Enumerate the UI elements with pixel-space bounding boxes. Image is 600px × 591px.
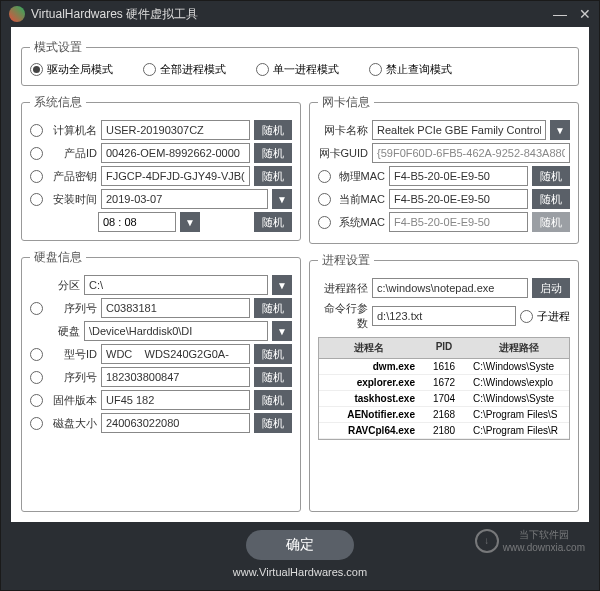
watermark: ↓ 当下软件园 www.downxia.com [475, 528, 585, 553]
product-key-input[interactable] [101, 166, 250, 186]
radio-icon[interactable] [30, 170, 43, 183]
radio-icon [369, 63, 382, 76]
cell-name: AENotifier.exe [319, 407, 419, 422]
radio-icon[interactable] [318, 193, 331, 206]
phy-mac-input[interactable] [389, 166, 528, 186]
start-button[interactable]: 启动 [532, 278, 570, 298]
cell-path: C:\Program Files\R [469, 423, 569, 438]
size-input[interactable] [101, 413, 250, 433]
product-id-label: 产品ID [47, 146, 97, 161]
serial-label: 序列号 [47, 301, 97, 316]
net-guid-input [372, 143, 570, 163]
cell-path: C:\Program Files\S [469, 407, 569, 422]
random-button[interactable]: 随机 [254, 413, 292, 433]
radio-icon[interactable] [318, 216, 331, 229]
serial-input[interactable] [101, 298, 250, 318]
th-path: 进程路径 [469, 338, 569, 358]
table-row[interactable]: AENotifier.exe2168C:\Program Files\S [319, 407, 569, 423]
net-name-input[interactable] [372, 120, 546, 140]
phy-mac-label: 物理MAC [335, 169, 385, 184]
random-button[interactable]: 随机 [254, 143, 292, 163]
mode-opt-global[interactable]: 驱动全局模式 [30, 62, 113, 77]
cell-name: RAVCpl64.exe [319, 423, 419, 438]
cell-pid: 2180 [419, 423, 469, 438]
random-button[interactable]: 随机 [532, 189, 570, 209]
app-window: VirtualHardwares 硬件虚拟工具 — ✕ 模式设置 驱动全局模式 … [0, 0, 600, 591]
chevron-down-icon[interactable]: ▼ [272, 275, 292, 295]
cell-path: C:\Windows\Syste [469, 359, 569, 374]
sysinfo-legend: 系统信息 [30, 94, 86, 111]
mode-opt-deny[interactable]: 禁止查询模式 [369, 62, 452, 77]
radio-icon [143, 63, 156, 76]
chevron-down-icon[interactable]: ▼ [272, 189, 292, 209]
table-row[interactable]: RAVCpl64.exe2180C:\Program Files\R [319, 423, 569, 439]
radio-icon[interactable] [30, 193, 43, 206]
minimize-icon[interactable]: — [553, 6, 567, 22]
random-button[interactable]: 随机 [254, 298, 292, 318]
partition-input[interactable] [84, 275, 268, 295]
chevron-down-icon[interactable]: ▼ [272, 321, 292, 341]
table-row[interactable]: dwm.exe1616C:\Windows\Syste [319, 359, 569, 375]
sys-mac-label: 系统MAC [335, 215, 385, 230]
radio-icon[interactable] [30, 302, 43, 315]
table-row[interactable]: explorer.exe1672C:\Windows\explo [319, 375, 569, 391]
mode-legend: 模式设置 [30, 39, 86, 56]
app-title: VirtualHardwares 硬件虚拟工具 [31, 6, 198, 23]
sys-mac-input [389, 212, 528, 232]
proc-legend: 进程设置 [318, 252, 374, 269]
random-button[interactable]: 随机 [254, 120, 292, 140]
random-button[interactable]: 随机 [532, 166, 570, 186]
serial2-input[interactable] [101, 367, 250, 387]
random-button[interactable]: 随机 [254, 390, 292, 410]
chevron-down-icon[interactable]: ▼ [550, 120, 570, 140]
close-icon[interactable]: ✕ [579, 6, 591, 22]
radio-icon[interactable] [30, 147, 43, 160]
radio-icon[interactable] [30, 417, 43, 430]
mode-group: 模式设置 驱动全局模式 全部进程模式 单一进程模式 禁止查询模式 [21, 39, 579, 86]
cell-pid: 2168 [419, 407, 469, 422]
titlebar[interactable]: VirtualHardwares 硬件虚拟工具 — ✕ [1, 1, 599, 27]
chevron-down-icon[interactable]: ▼ [180, 212, 200, 232]
radio-icon[interactable] [520, 310, 533, 323]
computer-name-input[interactable] [101, 120, 250, 140]
proc-args-input[interactable] [372, 306, 516, 326]
random-button[interactable]: 随机 [254, 344, 292, 364]
cur-mac-label: 当前MAC [335, 192, 385, 207]
size-label: 磁盘大小 [47, 416, 97, 431]
random-button[interactable]: 随机 [254, 212, 292, 232]
firmware-label: 固件版本 [47, 393, 97, 408]
process-table: 进程名 PID 进程路径 dwm.exe1616C:\Windows\Syste… [318, 337, 570, 440]
radio-icon[interactable] [318, 170, 331, 183]
mode-opt-allproc[interactable]: 全部进程模式 [143, 62, 226, 77]
product-id-input[interactable] [101, 143, 250, 163]
cell-name: explorer.exe [319, 375, 419, 390]
cur-mac-input[interactable] [389, 189, 528, 209]
confirm-bar: 确定 ↓ 当下软件园 www.downxia.com [1, 522, 599, 564]
netinfo-legend: 网卡信息 [318, 94, 374, 111]
install-date-input[interactable] [101, 189, 268, 209]
cell-pid: 1704 [419, 391, 469, 406]
radio-icon[interactable] [30, 348, 43, 361]
install-time-input[interactable] [98, 212, 176, 232]
disk-label: 硬盘 [30, 324, 80, 339]
random-button[interactable]: 随机 [254, 166, 292, 186]
client-area: 模式设置 驱动全局模式 全部进程模式 单一进程模式 禁止查询模式 系统信息 计算… [11, 27, 589, 522]
disk-input[interactable] [84, 321, 268, 341]
proc-path-input[interactable] [372, 278, 528, 298]
confirm-button[interactable]: 确定 [246, 530, 354, 560]
radio-icon [256, 63, 269, 76]
table-row[interactable]: taskhost.exe1704C:\Windows\Syste [319, 391, 569, 407]
model-input[interactable] [101, 344, 250, 364]
radio-icon[interactable] [30, 124, 43, 137]
radio-icon[interactable] [30, 394, 43, 407]
diskinfo-legend: 硬盘信息 [30, 249, 86, 266]
app-icon [9, 6, 25, 22]
model-label: 型号ID [47, 347, 97, 362]
sysinfo-group: 系统信息 计算机名随机 产品ID随机 产品密钥随机 安装时间▼ ▼随机 [21, 94, 301, 241]
random-button[interactable]: 随机 [254, 367, 292, 387]
radio-icon[interactable] [30, 371, 43, 384]
mode-opt-single[interactable]: 单一进程模式 [256, 62, 339, 77]
proc-path-label: 进程路径 [318, 281, 368, 296]
serial2-label: 序列号 [47, 370, 97, 385]
firmware-input[interactable] [101, 390, 250, 410]
